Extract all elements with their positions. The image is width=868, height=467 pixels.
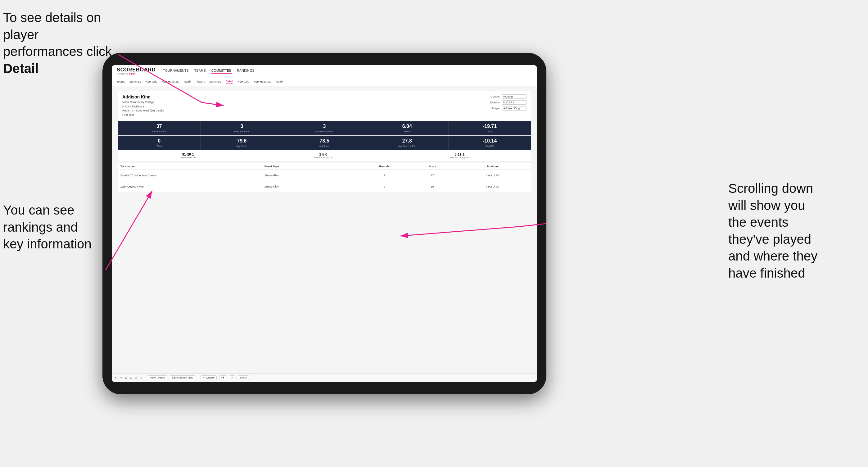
th-event-type: Event Type bbox=[265, 165, 361, 168]
share-button[interactable]: Share bbox=[238, 375, 249, 380]
table-header: Tournament Event Type Rounds Score Posit… bbox=[118, 163, 531, 170]
expand-button[interactable]: ⤢ bbox=[229, 375, 235, 380]
screen-button[interactable]: □▾ bbox=[219, 375, 226, 380]
record-top25-value: 1-5-0 bbox=[314, 152, 333, 156]
stat-label-wins: Wins bbox=[156, 145, 162, 148]
division-select[interactable]: NJCAA I bbox=[502, 100, 527, 105]
stat-label-points: Points bbox=[404, 130, 410, 133]
player-header: Addison King Mesa Community College NJCA… bbox=[118, 91, 531, 121]
player-college: Mesa Community College bbox=[122, 100, 164, 105]
sub-nav-matrix2[interactable]: Matrix bbox=[276, 80, 283, 84]
player-region: Region 1 - Southwest (18) District bbox=[122, 109, 164, 113]
stat-avg-score-to-par: 27.8 Avg Score to Par bbox=[366, 136, 448, 150]
td-rounds-1: 2 bbox=[361, 174, 408, 177]
stats-row-2: 0 Wins 79.6 Avg Score 78.5 Adj Score 27.… bbox=[118, 136, 531, 150]
toolbar-add-icon[interactable]: ⊕ bbox=[125, 376, 127, 379]
gender-select[interactable]: Women bbox=[502, 94, 527, 99]
stat-sos: -19.71 SoS bbox=[448, 121, 531, 135]
gender-label: Gender bbox=[486, 95, 500, 98]
sub-nav-detail[interactable]: Detail bbox=[226, 79, 234, 84]
th-score: Score bbox=[408, 165, 457, 168]
td-tournament-2: Lady Coyote Invite bbox=[120, 185, 265, 188]
toolbar-undo-icon[interactable]: ↩ bbox=[115, 376, 117, 379]
td-event-1: Stroke Play bbox=[265, 174, 361, 177]
logo-area: SCOREBOARD Powered by clippd bbox=[117, 67, 156, 75]
stat-value-avg-score-to-par: 27.8 bbox=[367, 138, 447, 144]
sub-nav-teams[interactable]: Teams bbox=[117, 80, 125, 84]
annotation-right: Scrolling downwill show youthe eventsthe… bbox=[728, 180, 865, 282]
th-tournament: Tournament bbox=[120, 165, 265, 168]
annotation-top-left: To see details on player performances cl… bbox=[3, 9, 121, 77]
sub-nav: Teams Summary H2H Grid H2H Heatmap Matri… bbox=[112, 77, 537, 86]
tournament-table: Tournament Event Type Rounds Score Posit… bbox=[118, 163, 531, 192]
stat-conference-rank: 3 Conference Rank bbox=[283, 121, 366, 135]
stat-avg-score: 79.6 Avg Score bbox=[200, 136, 283, 150]
player-selectors: Gender Women Division NJCAA I bbox=[486, 94, 527, 117]
stat-regional-rank: 3 Regional Rank bbox=[200, 121, 283, 135]
toolbar-circle-icon[interactable]: ◎ bbox=[140, 376, 143, 379]
stat-points: 6.04 Points bbox=[366, 121, 448, 135]
stat-wins: 0 Wins bbox=[118, 136, 200, 150]
td-tournament-1: Estella CC- Mountain Classic bbox=[120, 174, 265, 177]
td-score-1: 17 bbox=[408, 174, 457, 177]
nav-committee[interactable]: COMMITTEE bbox=[211, 68, 231, 73]
nav-rankings[interactable]: RANKINGS bbox=[237, 68, 254, 73]
view-original-button[interactable]: View: Original bbox=[148, 375, 167, 380]
stat-value-adj-score: 78.5 bbox=[284, 138, 364, 144]
screen: SCOREBOARD Powered by clippd TOURNAMENTS… bbox=[112, 65, 537, 382]
sub-nav-h2h-heatmap[interactable]: H2H Heatmap bbox=[162, 80, 180, 84]
toolbar-redo-icon[interactable]: ↪ bbox=[120, 376, 122, 379]
record-overall-value: 91-20-1 bbox=[180, 152, 196, 156]
stat-value-avg-score: 79.6 bbox=[202, 138, 282, 144]
division-selector-row: Division NJCAA I bbox=[486, 100, 527, 105]
nav-tournaments[interactable]: TOURNAMENTS bbox=[163, 68, 189, 73]
record-top50-label: Record vs top 50 bbox=[450, 156, 469, 159]
td-position-2: 7 out of 20 bbox=[456, 185, 528, 188]
stat-label-national-rank: National Rank bbox=[152, 130, 166, 133]
sub-nav-h2h-grid[interactable]: H2H Grid bbox=[146, 80, 157, 84]
sub-nav-matrix[interactable]: Matrix bbox=[184, 80, 191, 84]
sub-nav-h2h-heatmap2[interactable]: H2H Heatmap bbox=[254, 80, 271, 84]
record-overall-label: Overall Record bbox=[180, 156, 196, 159]
td-position-1: 4 out of 20 bbox=[456, 174, 528, 177]
annotation-bottom-left-text: You can seerankings andkey information bbox=[3, 203, 92, 251]
toolbar-separator bbox=[145, 376, 145, 380]
player-info: Addison King Mesa Community College NJCA… bbox=[122, 94, 164, 117]
scoreboard-app: SCOREBOARD Powered by clippd TOURNAMENTS… bbox=[112, 65, 537, 382]
bottom-toolbar: ↩ ↪ ⊕ ⊙ ⊟ ◎ View: Original Save Custom V… bbox=[112, 373, 537, 382]
player-select[interactable]: Addison King bbox=[502, 106, 527, 111]
td-event-2: Stroke Play bbox=[265, 185, 361, 188]
logo-scoreboard: SCOREBOARD bbox=[117, 67, 156, 73]
stat-label-regional-rank: Regional Rank bbox=[234, 130, 249, 133]
sub-nav-summary2[interactable]: Summary bbox=[209, 80, 221, 84]
main-content: Addison King Mesa Community College NJCA… bbox=[112, 86, 537, 373]
player-selector-row: Player Addison King bbox=[486, 106, 527, 111]
annotation-right-text: Scrolling downwill show youthe eventsthe… bbox=[728, 181, 817, 280]
toolbar-separator-2 bbox=[198, 376, 198, 380]
logo-powered: Powered by clippd bbox=[117, 73, 156, 75]
stat-label-adj-score: Adj Score bbox=[319, 145, 330, 148]
record-top50-value: 5-11-1 bbox=[450, 152, 469, 156]
stat-national-rank: 37 National Rank bbox=[118, 121, 200, 135]
toolbar-minus-icon[interactable]: ⊟ bbox=[135, 376, 137, 379]
stat-adj-score: 78.5 Adj Score bbox=[283, 136, 366, 150]
stat-value-points: 6.04 bbox=[367, 124, 447, 129]
th-rounds: Rounds bbox=[361, 165, 408, 168]
sub-nav-h2h-grid2[interactable]: H2H Grid bbox=[238, 80, 249, 84]
player-label: Player bbox=[486, 107, 500, 110]
stat-label-avg-score: Avg Score bbox=[237, 145, 247, 148]
td-rounds-2: 2 bbox=[361, 185, 408, 188]
watch-button[interactable]: 👁 Watch ▾ bbox=[200, 375, 217, 380]
th-position: Position bbox=[456, 165, 528, 168]
sub-nav-summary[interactable]: Summary bbox=[129, 80, 142, 84]
toolbar-view-icon[interactable]: ⊙ bbox=[130, 376, 132, 379]
nav-items: TOURNAMENTS TEAMS COMMITTEE RANKINGS bbox=[163, 68, 254, 73]
nav-teams[interactable]: TEAMS bbox=[194, 68, 206, 73]
record-top25-label: Record vs top 25 bbox=[314, 156, 333, 159]
top-nav: SCOREBOARD Powered by clippd TOURNAMENTS… bbox=[112, 65, 537, 77]
save-custom-view-button[interactable]: Save Custom View bbox=[170, 375, 195, 380]
stat-label-avg-score-to-par: Avg Score to Par bbox=[398, 145, 416, 148]
record-top50: 5-11-1 Record vs top 50 bbox=[450, 152, 469, 159]
sub-nav-players[interactable]: Players bbox=[195, 80, 205, 84]
record-top25: 1-5-0 Record vs top 25 bbox=[314, 152, 333, 159]
